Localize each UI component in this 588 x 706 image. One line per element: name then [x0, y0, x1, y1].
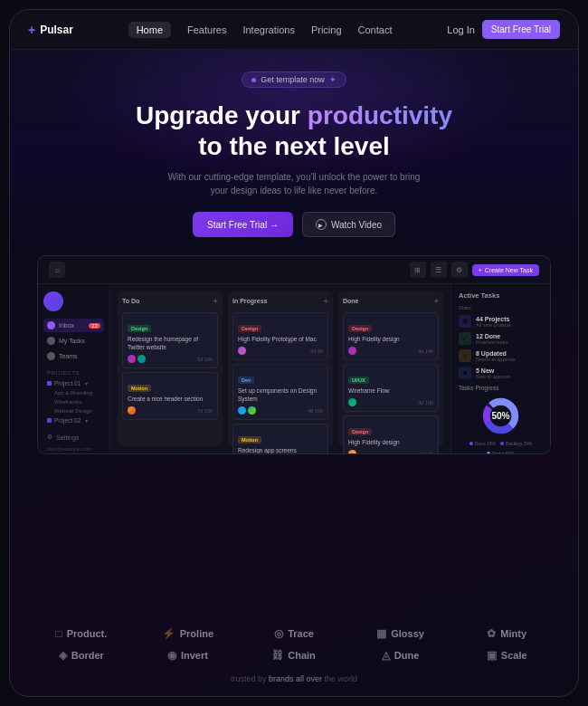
legend-label-backlog: Backlog 29%	[506, 441, 532, 446]
play-icon: ▶	[316, 219, 327, 230]
sidebar-item-tasks[interactable]: My Tasks	[43, 334, 104, 348]
card-avatars	[348, 347, 356, 355]
card-footer: 5d 14h	[348, 347, 433, 355]
card-footer: 7d 10h	[128, 406, 213, 415]
sidebar-sub-wireframes[interactable]: Wireframes	[43, 397, 104, 406]
card-avatars	[238, 347, 246, 355]
card-date: 5d 10h	[197, 357, 213, 362]
card-avatars	[128, 406, 136, 415]
hero-buttons: Start Free Trial → ▶ Watch Video	[193, 212, 395, 237]
sidebar-settings[interactable]: ⚙ Settings	[43, 431, 104, 444]
teams-label: Teams	[59, 353, 100, 359]
legend-dot-sprint	[487, 452, 490, 453]
brand-name: Glossy	[391, 628, 424, 639]
kanban-col-todo: To Do + Design Redesign the homepage of …	[118, 291, 223, 446]
sidebar-sub-website[interactable]: Website Design	[43, 406, 104, 415]
legend-done: Done 18%	[469, 441, 496, 446]
settings-label: Settings	[56, 434, 79, 441]
col-add-todo[interactable]: +	[213, 296, 218, 306]
card-title: Create a nice header section	[128, 395, 213, 403]
border-icon: ◈	[59, 649, 67, 662]
legend-backlog: Backlog 29%	[500, 441, 532, 446]
brands-section: □ Product. ⚡ Proline ◎ Trace ▦ Glossy ✿ …	[10, 611, 578, 683]
sidebar-item-inbox[interactable]: Inbox 22	[43, 319, 104, 332]
avatar	[348, 347, 356, 355]
card-footer: 5d 10h	[128, 355, 213, 363]
cta-secondary-button[interactable]: ▶ Watch Video	[302, 212, 395, 237]
nav-link-home[interactable]: Home	[128, 22, 171, 38]
card-title: Set up components on Design System	[238, 386, 323, 403]
active-tasks-panel: Active Tasks Stats ⊞ 44 Projects All tim…	[450, 284, 550, 453]
cta-primary-button[interactable]: Start Free Trial →	[193, 212, 293, 237]
brand-minty: ✿ Minty	[453, 627, 560, 640]
settings-icon[interactable]: ⚙	[451, 262, 468, 278]
hero-title: Upgrade your productivityto the next lev…	[136, 100, 452, 161]
search-icon[interactable]: ⌕	[49, 262, 65, 278]
nav-link-features[interactable]: Features	[187, 24, 226, 35]
minty-icon: ✿	[487, 627, 496, 640]
kanban-card: Design High Fidelity design 5d 14h	[343, 312, 439, 360]
donut-svg: 50%	[480, 396, 521, 436]
brand-name: Chain	[288, 650, 316, 661]
done-icon: ✓	[459, 332, 471, 345]
stat-info: 5 New New to approve	[476, 367, 543, 379]
list-icon[interactable]: ☰	[431, 262, 447, 278]
avatar	[348, 450, 356, 453]
nav-links: Home Features Integrations Pricing Conta…	[128, 22, 393, 38]
grid-icon[interactable]: ⊞	[410, 262, 426, 278]
app-sidebar: Inbox 22 My Tasks Teams PROJECTS Project…	[38, 284, 110, 453]
brand-name: Dune	[394, 650, 420, 661]
nav-link-contact[interactable]: Contact	[358, 24, 393, 35]
nav-link-pricing[interactable]: Pricing	[311, 24, 342, 35]
sidebar-project-02[interactable]: Project 02 ▾	[43, 415, 104, 425]
sidebar-sub-branding[interactable]: App & Branding	[43, 388, 104, 397]
chevron-icon: ▾	[85, 380, 88, 386]
card-footer: 7d 8h	[348, 450, 433, 453]
legend-dot-done	[469, 442, 473, 445]
inbox-badge: 22	[89, 323, 100, 329]
stat-num: 12 Done	[476, 333, 543, 339]
kanban-col-done: Done + Design High Fidelity design 5d 14…	[338, 291, 443, 446]
stats-label: Stats	[459, 305, 543, 310]
avatar	[138, 355, 146, 363]
logo-text: Pulsar	[40, 24, 73, 36]
stat-info: 44 Projects All time projects	[476, 316, 543, 328]
progress-title: Tasks Progress	[459, 385, 543, 391]
project02-label: Project 02	[54, 417, 81, 424]
avatar	[238, 406, 246, 415]
brand-name: Invert	[181, 650, 208, 661]
app-preview: ⌕ ⊞ ☰ ⚙ + Create New Task Inbox 22	[37, 255, 551, 454]
card-date: 5d 14h	[418, 348, 433, 354]
progress-legend: Done 18% Backlog 29% Sprint 50%	[459, 441, 543, 453]
card-tag: Motion	[128, 385, 151, 392]
create-task-button[interactable]: + Create New Task	[472, 264, 539, 276]
card-footer: 5d 8h	[238, 347, 323, 355]
nav-link-integrations[interactable]: Integrations	[242, 24, 294, 35]
donut-chart: 50%	[459, 396, 543, 436]
brand-product: □ Product.	[28, 627, 135, 640]
card-date: 7d 10h	[197, 408, 213, 414]
avatar	[348, 398, 356, 406]
stat-updated: ↑ 8 Updated Needs to approve	[459, 349, 543, 362]
product-icon: □	[55, 627, 62, 640]
card-tag: Design	[128, 325, 151, 332]
login-button[interactable]: Log In	[447, 24, 475, 35]
brands-row-2: ◈ Border ◉ Invert ⛓ Chain ◬ Dune ▣ Scale	[28, 649, 560, 662]
kanban-card: Design High Fidelity design 7d 8h	[343, 415, 439, 453]
sidebar-item-teams[interactable]: Teams	[43, 349, 104, 363]
sidebar-project-01[interactable]: Project 01 ▾	[43, 378, 104, 388]
stat-projects: ⊞ 44 Projects All time projects	[459, 315, 543, 328]
col-add-done[interactable]: +	[433, 296, 439, 306]
card-tag: Design	[238, 325, 261, 332]
brand-chain: ⛓ Chain	[241, 649, 347, 662]
invert-icon: ◉	[167, 649, 176, 662]
project02-icon	[47, 418, 52, 423]
col-add-inprogress[interactable]: +	[323, 296, 328, 306]
trial-button[interactable]: Start Free Trial	[482, 20, 560, 39]
brands-footer: trusted by brands all over the world	[231, 674, 357, 683]
kanban-board: To Do + Design Redesign the homepage of …	[110, 284, 450, 453]
stat-num: 5 New	[476, 367, 543, 374]
chain-icon: ⛓	[272, 649, 283, 662]
brands-footer-highlight: brands all over	[269, 674, 322, 683]
brand-border: ◈ Border	[28, 649, 135, 662]
